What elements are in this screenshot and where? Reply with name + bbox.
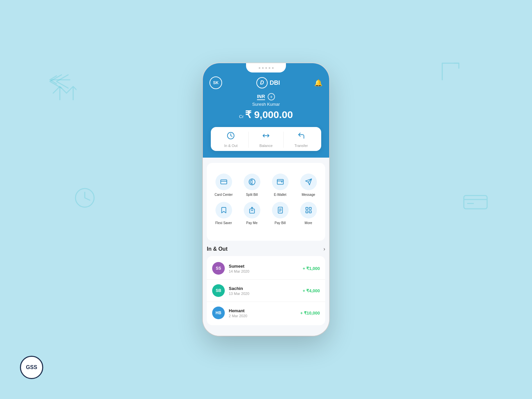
transaction-date: 2 Mar 2020 [229, 314, 296, 318]
quick-actions-section: Card Center Split Bill [207, 163, 325, 241]
tab-in-out[interactable]: In & Out [213, 132, 248, 148]
svg-rect-10 [277, 180, 283, 185]
action-pay-bill-label: Pay Bill [275, 221, 286, 225]
svg-rect-20 [309, 207, 311, 209]
action-more-label: More [305, 221, 312, 225]
transaction-amount: + ₹1,000 [303, 266, 320, 271]
transaction-item[interactable]: HB Hemant 2 Mar 2020 + ₹10,000 [207, 302, 325, 324]
action-e-wallet[interactable]: E-Wallet [269, 174, 292, 197]
action-pay-me-label: Pay Me [246, 221, 258, 225]
action-message[interactable]: Message [297, 174, 320, 197]
tabs-card: In & Out Balance [211, 127, 321, 151]
in-out-arrow-icon[interactable]: › [324, 246, 325, 252]
transaction-avatar: HB [212, 307, 225, 319]
tab-transfer[interactable]: Transfer [284, 132, 319, 148]
action-pay-bill[interactable]: Pay Bill [269, 202, 292, 225]
currency-selector[interactable]: INR + [257, 93, 275, 100]
svg-rect-1 [464, 196, 487, 209]
svg-rect-19 [306, 207, 308, 209]
user-name: Suresh Kumar [252, 102, 280, 107]
transaction-avatar: SB [212, 284, 225, 297]
action-message-label: Message [302, 193, 315, 197]
phone-notch [246, 63, 286, 72]
split-bill-icon [244, 174, 260, 190]
app-name: DBI [270, 79, 280, 86]
tab-balance[interactable]: Balance [249, 132, 284, 148]
transaction-name: Sachin [229, 286, 299, 291]
tab-transfer-label: Transfer [294, 144, 308, 148]
flexi-saver-icon [215, 202, 232, 218]
pay-bill-icon [272, 202, 289, 218]
action-flexi-saver-label: Flexi Saver [215, 221, 232, 225]
balance-prefix: Cr [239, 114, 244, 119]
user-avatar[interactable]: SK [209, 76, 222, 89]
transaction-amount: + ₹4,000 [303, 288, 320, 293]
balance-icon [262, 132, 270, 142]
app-logo: D DBI [256, 77, 280, 88]
action-split-bill[interactable]: Split Bill [240, 174, 263, 197]
transaction-info: Sumeet 14 Mar 2020 [229, 264, 299, 273]
svg-rect-14 [249, 209, 254, 213]
logo-icon: D [256, 77, 268, 88]
header-top-bar: SK D DBI 🔔 [209, 76, 323, 89]
notification-bell-icon[interactable]: 🔔 [314, 79, 323, 87]
action-pay-me[interactable]: Pay Me [240, 202, 263, 225]
svg-rect-22 [309, 211, 311, 213]
transaction-amount: + ₹10,000 [300, 311, 320, 316]
action-card-center-label: Card Center [214, 193, 232, 197]
gss-logo: GSS [20, 356, 43, 379]
action-flexi-saver[interactable]: Flexi Saver [212, 202, 235, 225]
tab-balance-label: Balance [259, 144, 273, 148]
pay-me-icon [244, 202, 260, 218]
transaction-item[interactable]: SB Sachin 13 Mar 2020 + ₹4,000 [207, 280, 325, 302]
clock-icon [227, 132, 235, 142]
add-currency-button[interactable]: + [268, 93, 275, 100]
transaction-date: 13 Mar 2020 [229, 292, 299, 296]
main-scroll-area: Card Center Split Bill [203, 158, 329, 336]
app-header: SK D DBI 🔔 INR + Suresh Kumar Cr ₹ 9,000… [203, 63, 329, 130]
balance-amount: ₹ 9,000.00 [245, 109, 293, 120]
transaction-item[interactable]: SS Sumeet 14 Mar 2020 + ₹1,000 [207, 257, 325, 280]
currency-label: INR [257, 94, 265, 100]
actions-grid: Card Center Split Bill [209, 168, 323, 230]
action-split-bill-label: Split Bill [246, 193, 258, 197]
more-icon [300, 202, 317, 218]
e-wallet-icon [272, 174, 289, 190]
action-card-center[interactable]: Card Center [212, 174, 235, 197]
action-e-wallet-label: E-Wallet [274, 193, 286, 197]
transaction-list: SS Sumeet 14 Mar 2020 + ₹1,000 SB Sachin [207, 256, 325, 325]
tab-in-out-label: In & Out [224, 144, 237, 148]
svg-rect-6 [220, 180, 226, 184]
account-balance: Cr ₹ 9,000.00 [239, 109, 293, 120]
message-icon [300, 174, 317, 190]
in-out-header: In & Out › [207, 246, 325, 252]
transaction-name: Hemant [229, 308, 296, 313]
in-out-title: In & Out [207, 246, 227, 252]
transaction-info: Sachin 13 Mar 2020 [229, 286, 299, 296]
transaction-info: Hemant 2 Mar 2020 [229, 308, 296, 318]
transaction-avatar: SS [212, 262, 225, 275]
phone-frame: SK D DBI 🔔 INR + Suresh Kumar Cr ₹ 9,000… [203, 63, 329, 336]
svg-rect-21 [306, 211, 308, 213]
action-more[interactable]: More [297, 202, 320, 225]
transaction-date: 14 Mar 2020 [229, 269, 299, 273]
transfer-icon [297, 132, 305, 142]
in-out-section: In & Out › SS Sumeet 14 Mar 2020 + ₹1,00… [207, 246, 325, 325]
card-center-icon [215, 174, 232, 190]
transaction-name: Sumeet [229, 264, 299, 269]
